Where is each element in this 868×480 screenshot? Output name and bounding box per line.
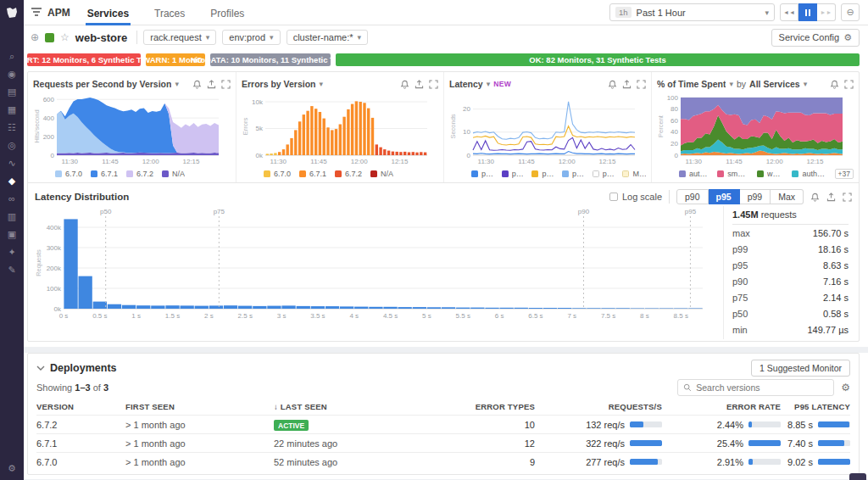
- legend-item[interactable]: p99: [593, 170, 615, 178]
- panel-title[interactable]: % of Time Spent: [657, 79, 726, 89]
- zoom-out-button[interactable]: ⊖: [841, 3, 860, 21]
- fullscreen-icon[interactable]: [429, 80, 438, 89]
- version-cell[interactable]: 6.7.0: [36, 457, 125, 467]
- percentile-button-p95[interactable]: p95: [709, 189, 740, 204]
- search-icon[interactable]: ⌕: [5, 51, 19, 61]
- monitor-status-segment[interactable]: OK: 82 Monitors, 31 Synthetic Tests: [336, 53, 860, 66]
- panel-title[interactable]: Latency: [449, 79, 483, 89]
- monitor-status-segment[interactable]: NO DATA: 10 Monitors, 11 Synthetic Tests: [210, 53, 331, 66]
- deployment-row[interactable]: 6.7.0> 1 month ago52 minutes ago9277 req…: [36, 452, 850, 471]
- services-selector[interactable]: All Services: [749, 79, 800, 89]
- settings-icon[interactable]: ⚙: [5, 463, 19, 473]
- filter-env[interactable]: env:prod▾: [222, 30, 280, 45]
- legend-item[interactable]: p90: [531, 170, 554, 178]
- fullscreen-icon[interactable]: [221, 80, 231, 89]
- datadog-logo[interactable]: [0, 0, 24, 25]
- percentile-button-p90[interactable]: p90: [676, 189, 709, 204]
- col-p95-latency[interactable]: P95 LATENCY: [781, 402, 850, 411]
- version-cell[interactable]: 6.7.2: [36, 420, 125, 430]
- legend-item[interactable]: sms-service: [717, 170, 748, 178]
- filter-cluster[interactable]: cluster-name:*▾: [287, 30, 368, 45]
- percentile-button-p99[interactable]: p99: [740, 189, 771, 204]
- legend-item[interactable]: 6.7.0: [264, 170, 291, 178]
- col-version[interactable]: VERSION: [36, 402, 125, 411]
- errors-chart[interactable]: 0k5k10k11:3011:4512:0012:15Errors: [242, 92, 431, 165]
- col-requests[interactable]: REQUESTS/S: [535, 402, 662, 411]
- version-cell[interactable]: 6.7.1: [36, 438, 125, 449]
- latency-stat-row[interactable]: p500.58 s: [732, 305, 849, 321]
- tab-traces[interactable]: Traces: [153, 1, 186, 25]
- latency-stat-row[interactable]: p9918.16 s: [732, 241, 849, 257]
- help-bubble[interactable]: [849, 473, 866, 480]
- requests-chart[interactable]: 020040060011:3011:4512:0012:15Hits/secon…: [33, 92, 223, 165]
- export-icon[interactable]: [207, 80, 216, 89]
- legend-item[interactable]: auth-dotnet: [679, 170, 709, 178]
- metrics-icon[interactable]: ∿: [5, 158, 19, 168]
- latency-stat-row[interactable]: max156.70 s: [732, 225, 849, 241]
- legend-item[interactable]: p95: [562, 170, 584, 178]
- service-config-button[interactable]: Service Config ⚙: [771, 29, 860, 47]
- col-first-seen[interactable]: FIRST SEEN: [125, 402, 274, 411]
- panel-title[interactable]: Errors by Version: [242, 79, 316, 89]
- percentile-button-max[interactable]: Max: [771, 189, 804, 204]
- collapse-chevron-icon[interactable]: [36, 365, 45, 371]
- export-icon[interactable]: [622, 80, 632, 89]
- monitors-icon[interactable]: ◎: [5, 140, 19, 150]
- suggested-monitor-button[interactable]: 1 Suggested Monitor: [751, 360, 850, 377]
- apm-icon[interactable]: ◆: [5, 176, 19, 186]
- synthetics-icon[interactable]: ✦: [5, 247, 19, 257]
- filter-resource[interactable]: rack.request▾: [143, 30, 216, 45]
- col-error-rate[interactable]: ERROR RATE: [662, 402, 781, 411]
- latency-stat-row[interactable]: p907.16 s: [732, 273, 849, 289]
- rewind-button[interactable]: ◄◄: [780, 3, 798, 21]
- legend-item[interactable]: N/A: [370, 170, 393, 178]
- monitor-bell-icon[interactable]: [810, 193, 820, 202]
- dashboards-icon[interactable]: ▦: [5, 104, 19, 114]
- search-versions-box[interactable]: [677, 379, 834, 396]
- latency-stat-row[interactable]: p752.14 s: [732, 289, 849, 305]
- latency-stat-row[interactable]: min149.77 µs: [732, 321, 849, 338]
- tab-profiles[interactable]: Profiles: [209, 1, 246, 25]
- favorite-star-icon[interactable]: ☆: [60, 31, 70, 43]
- security-icon[interactable]: ▣: [5, 229, 19, 239]
- col-error-types[interactable]: ERROR TYPES: [459, 402, 535, 411]
- time-spent-chart[interactable]: 02040608010011:3011:4512:0012:15Percent: [657, 92, 847, 165]
- legend-item[interactable]: p50: [471, 170, 493, 178]
- forward-button[interactable]: ►►: [817, 3, 836, 21]
- network-icon[interactable]: ∞: [5, 193, 19, 204]
- fullscreen-icon[interactable]: [843, 193, 852, 202]
- latency-chart[interactable]: 0102011:3011:4512:0012:15Seconds: [449, 92, 639, 165]
- table-settings-gear-icon[interactable]: ⚙: [841, 382, 850, 393]
- legend-item[interactable]: p75: [502, 170, 524, 178]
- legend-item[interactable]: 6.7.0: [55, 170, 82, 178]
- infrastructure-icon[interactable]: ☷: [5, 122, 19, 132]
- checkbox-icon[interactable]: [609, 193, 618, 201]
- fullscreen-icon[interactable]: [844, 80, 854, 89]
- events-icon[interactable]: ▤: [5, 87, 19, 97]
- legend-item[interactable]: N/A: [162, 170, 185, 178]
- monitor-status-segment[interactable]: ALERT: 12 Monitors, 6 Synthetic Tests: [27, 53, 141, 66]
- legend-item[interactable]: auth-dotnet-p: [792, 170, 826, 178]
- panel-title[interactable]: Requests per Second by Version: [33, 79, 171, 89]
- fullscreen-icon[interactable]: [637, 80, 646, 89]
- export-icon[interactable]: [415, 80, 424, 89]
- time-range-select[interactable]: 1h Past 1 Hour ▾: [609, 3, 775, 21]
- search-versions-input[interactable]: [696, 382, 828, 393]
- legend-item[interactable]: Max: [622, 170, 646, 178]
- monitor-bell-icon[interactable]: [400, 80, 409, 89]
- col-last-seen[interactable]: ↓ LAST SEEN: [274, 402, 459, 411]
- legend-item[interactable]: 6.7.2: [335, 170, 362, 178]
- monitor-bell-icon[interactable]: [830, 80, 839, 89]
- deployment-row[interactable]: 6.7.1> 1 month ago22 minutes ago12322 re…: [36, 433, 850, 452]
- pause-button[interactable]: [798, 3, 817, 21]
- legend-item[interactable]: 6.7.2: [126, 170, 153, 178]
- latency-histogram[interactable]: 0k100k200k300k400k0 s0.5 s1 s1.5 s2 s2.5…: [35, 206, 709, 320]
- latency-stat-row[interactable]: p958.63 s: [732, 257, 849, 273]
- export-icon[interactable]: [826, 193, 836, 202]
- tab-services[interactable]: Services: [86, 1, 131, 25]
- logs-icon[interactable]: ▥: [5, 211, 19, 221]
- legend-more-badge[interactable]: +37: [835, 169, 854, 179]
- monitor-bell-icon[interactable]: [192, 80, 202, 89]
- deployment-row[interactable]: 6.7.2> 1 month agoACTIVE10132 req/s2.44%…: [36, 415, 850, 433]
- legend-item[interactable]: 6.7.1: [299, 170, 326, 178]
